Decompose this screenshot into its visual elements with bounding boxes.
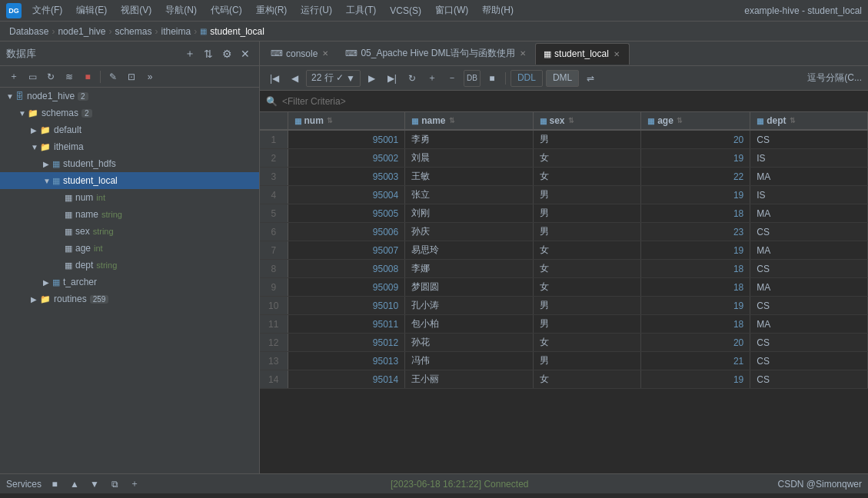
cell-dept[interactable]: MA — [750, 278, 868, 297]
refresh-button[interactable]: ↻ — [43, 69, 58, 85]
ddl-button[interactable]: DDL — [510, 70, 543, 87]
services-stop-btn[interactable]: ■ — [48, 477, 62, 491]
table-row[interactable]: 2 95002 刘晨 女 19 IS — [260, 149, 868, 168]
delete-row-button[interactable]: － — [444, 70, 461, 87]
cell-sex[interactable]: 男 — [533, 315, 641, 334]
cell-dept[interactable]: MA — [750, 204, 868, 223]
tab-dml[interactable]: ⌨ 05_Apache Hive DML语句与函数使用 ✕ — [338, 43, 535, 65]
cell-age[interactable]: 20 — [641, 334, 750, 352]
cell-num[interactable]: 95012 — [288, 334, 405, 352]
tab-console[interactable]: ⌨ console ✕ — [263, 43, 338, 65]
menu-edit[interactable]: 编辑(E) — [70, 2, 113, 18]
table-row[interactable]: 6 95006 孙庆 男 23 CS — [260, 223, 868, 241]
cell-sex[interactable]: 女 — [533, 334, 641, 352]
services-layout-btn[interactable]: ⧉ — [108, 477, 121, 491]
table-row[interactable]: 11 95011 包小柏 男 18 MA — [260, 315, 868, 334]
cell-dept[interactable]: CS — [750, 130, 868, 149]
cell-name[interactable]: 王敏 — [405, 168, 533, 186]
cell-age[interactable]: 23 — [641, 223, 750, 241]
breadcrumb-database[interactable]: Database — [9, 26, 48, 37]
cell-num[interactable]: 95002 — [288, 149, 405, 168]
schema-view-button[interactable]: ⇌ — [582, 70, 599, 87]
cell-num[interactable]: 95005 — [288, 204, 405, 223]
settings-button[interactable]: ⚙ — [219, 46, 234, 61]
cell-sex[interactable]: 女 — [533, 168, 641, 186]
db-icon-btn[interactable]: DB — [464, 70, 481, 87]
cell-name[interactable]: 王小丽 — [405, 370, 533, 389]
cell-dept[interactable]: CS — [750, 260, 868, 278]
cell-sex[interactable]: 男 — [533, 352, 641, 370]
tree-node1-hive[interactable]: ▼ 🗄 node1_hive 2 — [0, 88, 259, 105]
table-row[interactable]: 10 95010 孔小涛 男 19 CS — [260, 297, 868, 315]
tree-field-sex[interactable]: ▶ ▦ sex string — [0, 223, 259, 240]
tree-field-dept[interactable]: ▶ ▦ dept string — [0, 257, 259, 274]
table-row[interactable]: 8 95008 李娜 女 18 CS — [260, 260, 868, 278]
next-page-button[interactable]: ▶ — [364, 70, 381, 87]
tab-close-student-local[interactable]: ✕ — [612, 49, 621, 59]
cell-sex[interactable]: 男 — [533, 204, 641, 223]
cell-dept[interactable]: IS — [750, 186, 868, 204]
cell-age[interactable]: 19 — [641, 297, 750, 315]
menu-help[interactable]: 帮助(H) — [476, 2, 520, 18]
cell-num[interactable]: 95001 — [288, 130, 405, 149]
cell-name[interactable]: 李娜 — [405, 260, 533, 278]
cell-num[interactable]: 95010 — [288, 297, 405, 315]
layout-button[interactable]: ⇅ — [201, 46, 216, 61]
tree-routines[interactable]: ▶ 📁 routines 259 — [0, 290, 259, 307]
table-row[interactable]: 3 95003 王敏 女 22 MA — [260, 168, 868, 186]
cell-sex[interactable]: 女 — [533, 241, 641, 260]
cell-name[interactable]: 包小柏 — [405, 315, 533, 334]
breadcrumb-itheima[interactable]: itheima — [161, 26, 191, 37]
cell-age[interactable]: 19 — [641, 370, 750, 389]
schema-button[interactable]: ≋ — [62, 69, 77, 85]
table-row[interactable]: 1 95001 李勇 男 20 CS — [260, 130, 868, 149]
cell-dept[interactable]: MA — [750, 168, 868, 186]
cell-num[interactable]: 95014 — [288, 370, 405, 389]
cell-name[interactable]: 刘晨 — [405, 149, 533, 168]
cell-num[interactable]: 95003 — [288, 168, 405, 186]
cell-sex[interactable]: 男 — [533, 130, 641, 149]
cell-age[interactable]: 21 — [641, 352, 750, 370]
refresh-data-button[interactable]: ↻ — [404, 70, 421, 87]
cell-age[interactable]: 18 — [641, 278, 750, 297]
cell-num[interactable]: 95004 — [288, 186, 405, 204]
more-button[interactable]: » — [142, 69, 158, 85]
menu-refactor[interactable]: 重构(R) — [250, 2, 294, 18]
tree-schemas[interactable]: ▼ 📁 schemas 2 — [0, 105, 259, 121]
cell-name[interactable]: 孔小涛 — [405, 297, 533, 315]
cell-num[interactable]: 95009 — [288, 278, 405, 297]
table-row[interactable]: 5 95005 刘刚 男 18 MA — [260, 204, 868, 223]
tab-close-dml[interactable]: ✕ — [518, 48, 527, 58]
cell-sex[interactable]: 男 — [533, 297, 641, 315]
col-header-num[interactable]: ▦ num ⇅ — [288, 112, 405, 130]
close-sidebar-button[interactable]: ✕ — [238, 46, 253, 61]
stop-btn[interactable]: ■ — [484, 70, 501, 87]
cell-name[interactable]: 梦圆圆 — [405, 278, 533, 297]
cell-num[interactable]: 95013 — [288, 352, 405, 370]
cell-name[interactable]: 刘刚 — [405, 204, 533, 223]
cell-age[interactable]: 19 — [641, 149, 750, 168]
menu-vcs[interactable]: VCS(S) — [384, 4, 427, 18]
cell-dept[interactable]: CS — [750, 223, 868, 241]
last-row-button[interactable]: ▶| — [384, 70, 401, 87]
col-header-name[interactable]: ▦ name ⇅ — [405, 112, 533, 130]
col-header-age[interactable]: ▦ age ⇅ — [641, 112, 750, 130]
edit-button[interactable]: ✎ — [105, 69, 121, 85]
first-row-button[interactable]: |◀ — [266, 70, 283, 87]
menu-window[interactable]: 窗口(W) — [429, 2, 474, 18]
cell-age[interactable]: 20 — [641, 130, 750, 149]
services-up-btn[interactable]: ▲ — [68, 477, 81, 491]
cell-age[interactable]: 19 — [641, 186, 750, 204]
cell-num[interactable]: 95007 — [288, 241, 405, 260]
add-datasource-button[interactable]: ＋ — [182, 46, 198, 61]
table-row[interactable]: 12 95012 孙花 女 20 CS — [260, 334, 868, 352]
cell-dept[interactable]: CS — [750, 334, 868, 352]
breadcrumb-schemas[interactable]: schemas — [115, 26, 151, 37]
tree-student-hdfs[interactable]: ▶ ▦ student_hdfs — [0, 155, 259, 172]
cell-sex[interactable]: 女 — [533, 260, 641, 278]
add-row-button[interactable]: ＋ — [424, 70, 441, 87]
col-header-sex[interactable]: ▦ sex ⇅ — [533, 112, 641, 130]
tree-student-local[interactable]: ▼ ▦ student_local — [0, 172, 259, 189]
dml-button[interactable]: DML — [546, 70, 579, 87]
breadcrumb-student-local[interactable]: ▦ student_local — [200, 26, 264, 37]
